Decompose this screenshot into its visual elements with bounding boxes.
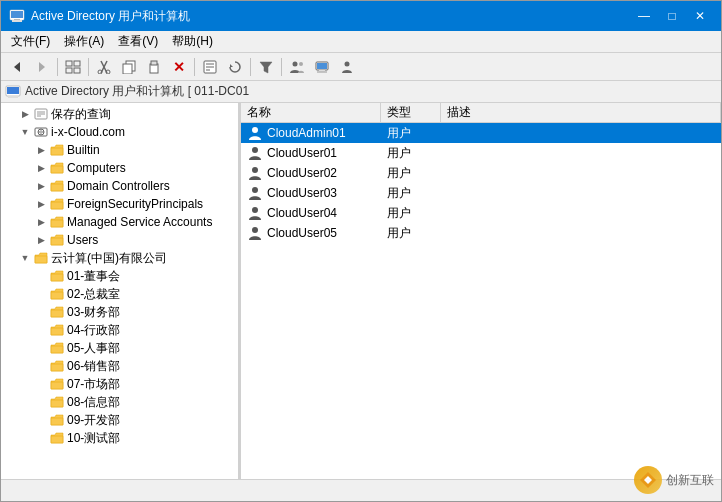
svg-rect-57: [51, 436, 63, 443]
svg-rect-17: [151, 61, 157, 65]
tree-node-domain[interactable]: ▼ i-x-Cloud.com: [1, 123, 238, 141]
user-item-icon-1: [247, 145, 263, 161]
tree-node-ou01[interactable]: 01-董事会: [1, 267, 238, 285]
cell-name-4: CloudUser04: [241, 204, 381, 222]
ou09-label: 09-开发部: [67, 412, 120, 429]
col-header-type[interactable]: 类型: [381, 103, 441, 122]
menu-action[interactable]: 操作(A): [58, 31, 110, 52]
list-row-4[interactable]: CloudUser04 用户: [241, 203, 721, 223]
props-button[interactable]: [198, 56, 222, 78]
expander-saved: ▶: [17, 106, 33, 122]
user-item-icon-2: [247, 165, 263, 181]
tree-panel[interactable]: ▶ 保存的查询 ▼: [1, 103, 241, 479]
list-row-2[interactable]: CloudUser02 用户: [241, 163, 721, 183]
computers-icon-button[interactable]: [310, 56, 334, 78]
computers-icon: [49, 160, 65, 176]
cell-type-4: 用户: [381, 204, 441, 223]
tree-node-dc[interactable]: ▶ Domain Controllers: [1, 177, 238, 195]
user-item-icon-5: [247, 225, 263, 241]
svg-point-25: [299, 62, 303, 66]
menu-file[interactable]: 文件(F): [5, 31, 56, 52]
title-bar-left: Active Directory 用户和计算机: [9, 8, 190, 25]
list-rows: CloudAdmin01 用户 CloudUser01 用户: [241, 123, 721, 243]
tree-node-ou07[interactable]: 07-市场部: [1, 375, 238, 393]
tree-node-fsp[interactable]: ▶ ForeignSecurityPrincipals: [1, 195, 238, 213]
ou04-icon: [49, 322, 65, 338]
users-icon-button[interactable]: [285, 56, 309, 78]
address-bar: Active Directory 用户和计算机 [ 011-DC01: [1, 81, 721, 103]
svg-rect-9: [74, 68, 80, 73]
cell-desc-4: [441, 212, 721, 214]
svg-marker-4: [14, 62, 20, 72]
tree-node-ou03[interactable]: 03-财务部: [1, 303, 238, 321]
cut-button[interactable]: [92, 56, 116, 78]
svg-rect-46: [51, 238, 63, 245]
expander-ou05: [33, 340, 49, 356]
col-header-name[interactable]: 名称: [241, 103, 381, 122]
tree-node-computers[interactable]: ▶ Computers: [1, 159, 238, 177]
tree-node-ou05[interactable]: 05-人事部: [1, 339, 238, 357]
tree-node-msa[interactable]: ▶ Managed Service Accounts: [1, 213, 238, 231]
svg-rect-51: [51, 328, 63, 335]
cell-name-3: CloudUser03: [241, 184, 381, 202]
list-row-1[interactable]: CloudUser01 用户: [241, 143, 721, 163]
svg-rect-43: [51, 184, 63, 191]
fsp-label: ForeignSecurityPrincipals: [67, 197, 203, 211]
cell-name-2: CloudUser02: [241, 164, 381, 182]
ou05-label: 05-人事部: [67, 340, 120, 357]
minimize-button[interactable]: —: [631, 6, 657, 26]
groups-icon-button[interactable]: [335, 56, 359, 78]
domain-label: i-x-Cloud.com: [51, 125, 125, 139]
computers-label: Computers: [67, 161, 126, 175]
svg-rect-8: [66, 68, 72, 73]
close-button[interactable]: ✕: [687, 6, 713, 26]
delete-button[interactable]: ✕: [167, 56, 191, 78]
col-header-desc[interactable]: 描述: [441, 103, 721, 122]
ou07-label: 07-市场部: [67, 376, 120, 393]
svg-rect-48: [51, 274, 63, 281]
back-button[interactable]: [5, 56, 29, 78]
watermark: 创新互联: [634, 466, 714, 494]
toolbar-sep-4: [250, 58, 251, 76]
expander-company: ▼: [17, 250, 33, 266]
forward-button[interactable]: [30, 56, 54, 78]
tree-node-ou10[interactable]: 10-测试部: [1, 429, 238, 447]
paste-button[interactable]: [142, 56, 166, 78]
ou06-label: 06-销售部: [67, 358, 120, 375]
dc-label: Domain Controllers: [67, 179, 170, 193]
filter-button[interactable]: [254, 56, 278, 78]
expander-ou08: [33, 394, 49, 410]
svg-rect-42: [51, 166, 63, 173]
svg-rect-52: [51, 346, 63, 353]
cell-type-1: 用户: [381, 144, 441, 163]
tree-node-ou02[interactable]: 02-总裁室: [1, 285, 238, 303]
tree-node-ou04[interactable]: 04-行政部: [1, 321, 238, 339]
expander-msa: ▶: [33, 214, 49, 230]
tree-node-ou06[interactable]: 06-销售部: [1, 357, 238, 375]
menu-help[interactable]: 帮助(H): [166, 31, 219, 52]
company-icon: [33, 250, 49, 266]
tree-node-ou08[interactable]: 08-信息部: [1, 393, 238, 411]
refresh-button[interactable]: [223, 56, 247, 78]
list-row-3[interactable]: CloudUser03 用户: [241, 183, 721, 203]
tree-node-ou09[interactable]: 09-开发部: [1, 411, 238, 429]
svg-point-60: [252, 167, 258, 173]
tree-button[interactable]: [61, 56, 85, 78]
expander-users: ▶: [33, 232, 49, 248]
svg-rect-50: [51, 310, 63, 317]
menu-view[interactable]: 查看(V): [112, 31, 164, 52]
address-text: Active Directory 用户和计算机 [ 011-DC01: [25, 83, 249, 100]
maximize-button[interactable]: □: [659, 6, 685, 26]
list-row-0[interactable]: CloudAdmin01 用户: [241, 123, 721, 143]
tree-node-builtin[interactable]: ▶ Builtin: [1, 141, 238, 159]
saved-label: 保存的查询: [51, 106, 111, 123]
cell-type-2: 用户: [381, 164, 441, 183]
copy-button[interactable]: [117, 56, 141, 78]
ou08-label: 08-信息部: [67, 394, 120, 411]
tree-node-company[interactable]: ▼ 云计算(中国)有限公司: [1, 249, 238, 267]
cell-type-3: 用户: [381, 184, 441, 203]
list-row-5[interactable]: CloudUser05 用户: [241, 223, 721, 243]
tree-node-saved[interactable]: ▶ 保存的查询: [1, 105, 238, 123]
cell-desc-5: [441, 232, 721, 234]
tree-node-users[interactable]: ▶ Users: [1, 231, 238, 249]
